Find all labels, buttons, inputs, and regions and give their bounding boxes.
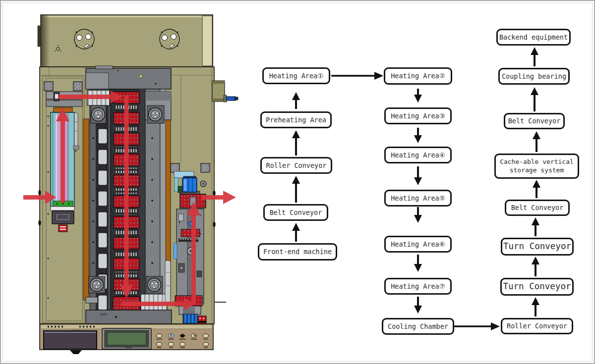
red-latch [59, 225, 67, 232]
base-plate [86, 310, 172, 324]
orange-strip-left [83, 119, 89, 300]
lcd-screen [107, 332, 146, 345]
machine-foot [70, 350, 82, 354]
flow-box-belt-conveyor-out-lower: Belt Conveyor [505, 200, 570, 216]
flow-box-front-end-machine: Front-end machine [258, 243, 337, 260]
flow-box-heating-area-7: Heating Area⑦ [384, 278, 452, 295]
flow-box-cooling-chamber: Cooling Chamber [382, 318, 454, 335]
flow-box-cache-storage-system: Cache-able vertical storage system [494, 154, 579, 179]
flow-box-turn-conveyor-lower: Turn Conveyor [500, 278, 574, 296]
flow-box-heating-area-6: Heating Area⑥ [384, 236, 452, 253]
exhaust-port [212, 81, 238, 102]
gas-spring-rod [74, 112, 78, 148]
control-panel [40, 324, 213, 354]
flow-box-roller-conveyor-out: Roller Conveyor [501, 318, 573, 334]
machine-illustration [21, 6, 239, 363]
blue-valve-handle [226, 97, 236, 101]
flow-box-backend-equipment: Backend equipment [496, 29, 571, 46]
flow-box-roller-conveyor-infeed: Roller Conveyor [260, 157, 332, 174]
flow-box-heating-area-4: Heating Area④ [384, 147, 452, 163]
cabinet-top [38, 15, 213, 67]
diagram-canvas: Heating Area① Preheating Area Roller Con… [0, 0, 595, 364]
flow-box-turn-conveyor-upper: Turn Conveyor [501, 238, 574, 256]
blue-striped-unit [183, 314, 197, 323]
flow-box-belt-conveyor-infeed: Belt Conveyor [263, 204, 328, 221]
left-display [44, 331, 97, 349]
flow-box-heating-area-3: Heating Area③ [384, 107, 452, 124]
flow-box-heating-area-1: Heating Area① [262, 67, 330, 84]
flow-box-heating-area-5: Heating Area⑤ [384, 190, 452, 207]
flow-box-preheating-area: Preheating Area [260, 111, 332, 128]
silver-cylinder [165, 260, 171, 303]
flow-box-heating-area-2: Heating Area② [384, 67, 452, 85]
flow-box-belt-conveyor-out-upper: Belt Conveyor [504, 113, 565, 129]
flow-box-coupling-bearing: Coupling bearing [498, 68, 570, 85]
indicator-lamp [139, 75, 142, 78]
